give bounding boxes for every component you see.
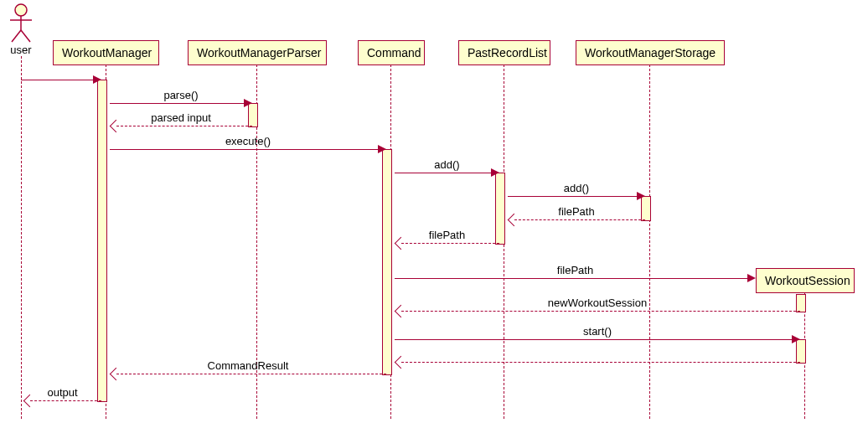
activation-cmd [382,149,392,375]
message-line [395,339,793,340]
message-label: output [23,386,101,399]
svg-point-0 [15,4,27,16]
message-label: filePath [508,205,645,218]
message-line [401,243,499,244]
message-label: add() [508,182,645,194]
arrow-right-icon [93,75,101,84]
stickman-icon [7,3,35,44]
message-label: add() [395,158,499,171]
actor-user: user [7,3,35,56]
message-line [110,149,380,150]
message-label: execute() [110,135,386,147]
lifeline-wms [649,64,650,419]
svg-line-3 [12,30,21,42]
participant-wms: WorkoutManagerStorage [576,40,725,65]
participant-wmp: WorkoutManagerParser [188,40,327,65]
lifeline-user [21,56,22,419]
message-label: filePath [395,229,499,241]
message-label: parse() [110,89,252,101]
arrow-left-icon [395,356,408,369]
participant-wm: WorkoutManager [53,40,159,65]
message-label: parsed input [110,111,252,124]
message-line [514,219,645,220]
message-line [21,80,95,80]
message-line [401,311,800,312]
message-line [401,362,800,363]
message-label: filePath [395,264,756,276]
message-label: start() [395,325,800,338]
message-line [110,103,245,104]
message-label: newWorkoutSession [395,297,800,309]
participant-cmd: Command [358,40,425,65]
participant-ws: WorkoutSession [756,268,855,293]
actor-label: user [7,44,35,56]
message-line [395,173,493,173]
svg-line-4 [21,30,30,42]
activation-wm [97,80,107,402]
message-line [395,278,749,279]
message-label: CommandResult [110,359,386,372]
message-line [30,400,101,401]
message-line [508,196,638,197]
message-line [116,126,252,126]
participant-prl: PastRecordList [458,40,550,65]
message-line [116,374,386,374]
